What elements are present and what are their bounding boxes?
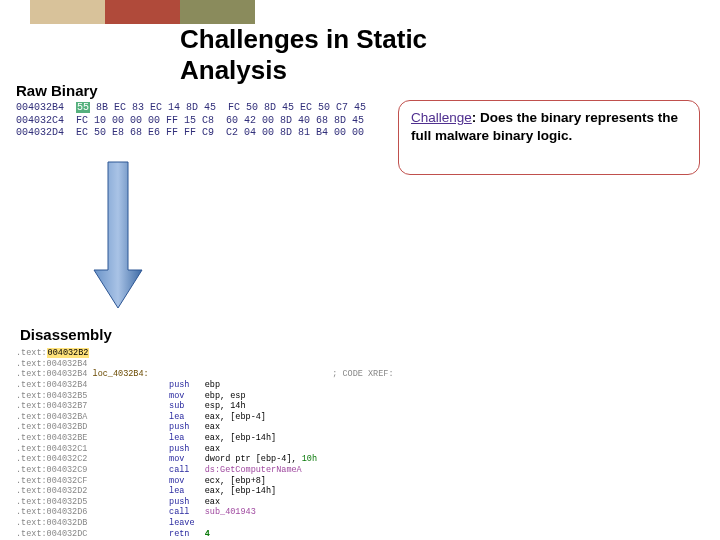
disassembly-label: Disassembly [20,326,112,343]
accent-red [105,0,180,24]
arrow-down-icon [92,160,144,310]
disassembly-listing: .text:004032B2 .text:004032B4 .text:0040… [16,348,394,539]
page-title: Challenges in Static Analysis [180,24,540,86]
accent-bar [30,0,255,24]
hex-dump: 004032B4 55 8B EC 83 EC 14 8D 45 FC 50 8… [16,102,366,140]
accent-tan [30,0,105,24]
accent-olive [180,0,255,24]
challenge-callout: Challenge: Does the binary represents th… [398,100,700,175]
challenge-word: Challenge [411,110,472,125]
svg-marker-0 [94,162,142,308]
raw-binary-label: Raw Binary [16,82,98,99]
